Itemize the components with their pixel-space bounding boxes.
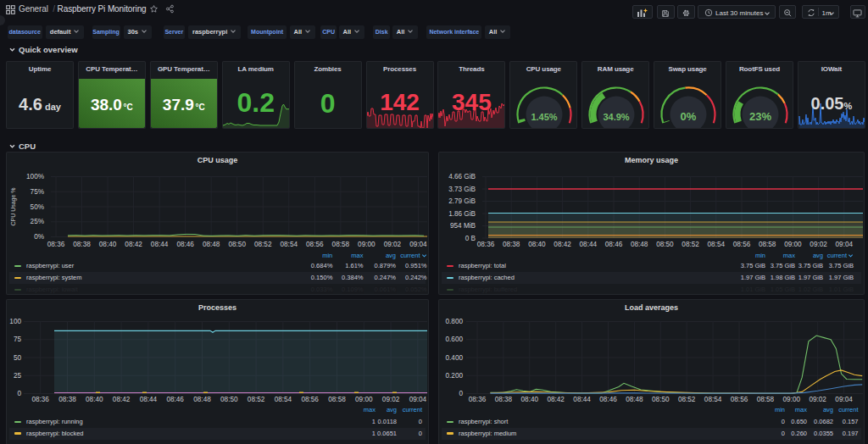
svg-text:08:38: 08:38	[58, 395, 76, 402]
svg-text:1.86 GiB: 1.86 GiB	[448, 210, 476, 218]
svg-text:08:40: 08:40	[86, 395, 103, 402]
svg-text:09:00: 09:00	[358, 241, 376, 248]
svg-text:08:46: 08:46	[605, 241, 623, 248]
svg-text:08:36: 08:36	[31, 395, 49, 402]
svg-text:08:44: 08:44	[573, 395, 591, 402]
svg-text:08:36: 08:36	[47, 241, 65, 248]
svg-text:08:52: 08:52	[678, 395, 696, 402]
svg-text:08:38: 08:38	[73, 241, 91, 248]
svg-text:08:48: 08:48	[626, 395, 643, 402]
svg-text:08:50: 08:50	[656, 241, 674, 248]
svg-text:08:58: 08:58	[759, 241, 776, 248]
svg-text:09:00: 09:00	[355, 395, 373, 402]
svg-text:08:38: 08:38	[495, 395, 513, 402]
svg-text:08:46: 08:46	[176, 241, 194, 248]
svg-text:50%: 50%	[31, 203, 44, 211]
svg-text:75: 75	[14, 336, 22, 343]
svg-text:23%: 23%	[749, 109, 771, 122]
svg-text:0.200: 0.200	[446, 371, 464, 379]
svg-text:08:56: 08:56	[731, 395, 748, 402]
svg-text:0%: 0%	[681, 109, 697, 122]
svg-text:08:54: 08:54	[708, 241, 726, 248]
svg-text:08:42: 08:42	[547, 395, 565, 402]
svg-text:08:56: 08:56	[733, 241, 751, 248]
svg-text:08:52: 08:52	[248, 395, 265, 402]
svg-text:75%: 75%	[31, 188, 44, 196]
svg-text:09:02: 09:02	[382, 395, 400, 402]
svg-text:08:40: 08:40	[521, 395, 539, 402]
svg-text:3.73 GiB: 3.73 GiB	[448, 186, 476, 193]
svg-text:2.79 GiB: 2.79 GiB	[448, 197, 476, 205]
svg-text:08:54: 08:54	[275, 395, 292, 402]
svg-text:08:50: 08:50	[220, 395, 238, 402]
svg-text:09:04: 09:04	[836, 241, 854, 248]
svg-text:08:58: 08:58	[332, 241, 350, 248]
svg-text:100: 100	[9, 318, 21, 325]
svg-text:50: 50	[14, 353, 22, 361]
svg-text:25%: 25%	[31, 218, 44, 225]
svg-text:08:52: 08:52	[254, 241, 272, 248]
svg-text:0.400: 0.400	[446, 353, 464, 361]
svg-text:0: 0	[459, 390, 463, 397]
svg-text:08:58: 08:58	[328, 395, 346, 402]
svg-text:34.9%: 34.9%	[604, 111, 630, 121]
svg-text:09:04: 09:04	[409, 395, 427, 402]
svg-text:09:04: 09:04	[409, 241, 427, 248]
svg-text:4.66 GiB: 4.66 GiB	[448, 173, 476, 180]
svg-text:08:36: 08:36	[477, 241, 495, 248]
svg-text:08:44: 08:44	[151, 241, 169, 248]
svg-text:0.800: 0.800	[446, 318, 464, 325]
svg-text:08:56: 08:56	[306, 241, 324, 248]
svg-text:1.45%: 1.45%	[531, 111, 558, 121]
svg-text:08:40: 08:40	[99, 241, 117, 248]
svg-text:08:50: 08:50	[652, 395, 670, 402]
svg-text:08:44: 08:44	[140, 395, 158, 402]
svg-text:09:04: 09:04	[835, 395, 853, 402]
svg-text:CPU Usage %: CPU Usage %	[10, 187, 17, 225]
svg-text:08:48: 08:48	[203, 241, 220, 248]
svg-text:08:54: 08:54	[704, 395, 722, 402]
svg-text:08:50: 08:50	[228, 241, 246, 248]
svg-text:954 MiB: 954 MiB	[450, 222, 476, 230]
svg-text:100%: 100%	[26, 173, 44, 180]
svg-text:08:42: 08:42	[554, 241, 571, 248]
svg-text:08:48: 08:48	[193, 395, 211, 402]
svg-text:25: 25	[14, 371, 22, 379]
svg-text:08:46: 08:46	[599, 395, 617, 402]
svg-text:08:36: 08:36	[469, 395, 487, 402]
svg-text:08:48: 08:48	[631, 241, 648, 248]
svg-text:08:46: 08:46	[166, 395, 184, 402]
svg-text:08:42: 08:42	[125, 241, 142, 248]
svg-text:08:42: 08:42	[113, 395, 131, 402]
svg-text:0%: 0%	[34, 233, 44, 241]
svg-text:08:56: 08:56	[301, 395, 319, 402]
svg-text:0.600: 0.600	[446, 336, 464, 343]
svg-text:0: 0	[17, 390, 21, 397]
svg-text:08:40: 08:40	[528, 241, 546, 248]
svg-text:08:44: 08:44	[580, 241, 598, 248]
svg-text:09:02: 09:02	[809, 395, 826, 402]
svg-text:08:52: 08:52	[682, 241, 699, 248]
svg-text:08:58: 08:58	[757, 395, 775, 402]
svg-text:0 B: 0 B	[465, 235, 476, 242]
svg-text:09:02: 09:02	[384, 241, 402, 248]
svg-text:09:00: 09:00	[783, 395, 801, 402]
svg-text:09:02: 09:02	[810, 241, 827, 248]
svg-text:09:00: 09:00	[784, 241, 802, 248]
svg-text:08:54: 08:54	[281, 241, 298, 248]
svg-text:08:38: 08:38	[503, 241, 520, 248]
